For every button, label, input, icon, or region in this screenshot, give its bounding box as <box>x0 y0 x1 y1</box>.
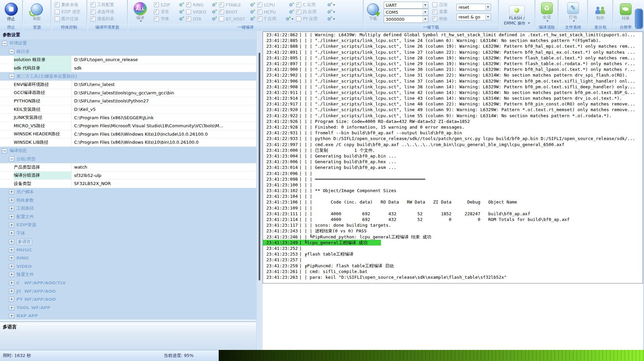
select-arrow-icon[interactable] <box>485 4 490 10</box>
compile-all-button[interactable]: ALL 编译 <box>130 2 151 22</box>
ribbon-checkbox-row[interactable]: LCPU <box>257 2 293 8</box>
expander-icon[interactable] <box>9 313 14 318</box>
tree-value[interactable]: C:\Program Files (x86)\SEGGER\JLink <box>71 115 256 120</box>
tree-row[interactable]: C WF/APP/AOD/TLV <box>0 279 256 287</box>
ribbon-corner-handle[interactable] <box>635 9 643 29</box>
gear-icon[interactable] <box>179 10 183 14</box>
tree-row[interactable]: 编译分组选择 sf32lb52-ulp <box>0 172 256 180</box>
port-select[interactable]: UART <box>384 2 428 9</box>
port-select[interactable]: 3000000 <box>384 16 428 23</box>
chevron-down-icon[interactable] <box>333 11 335 13</box>
expander-icon[interactable] <box>9 206 14 211</box>
checkbox-icon[interactable] <box>432 9 437 14</box>
gear-icon[interactable] <box>285 17 289 21</box>
log-row[interactable]: 23:41:22:891 | | | "./linker_scripts/lin… <box>263 49 643 55</box>
tree-value[interactable]: C:\Program Files (x86)\Windows Kits\10\b… <box>71 140 256 145</box>
log-row[interactable]: 23:41:23:261 | | cmd: sifli_compile.bat <box>263 269 643 274</box>
select-arrow-icon[interactable] <box>423 16 428 22</box>
tree-scrollbar[interactable] <box>256 31 263 350</box>
expander-icon[interactable] <box>9 256 14 261</box>
gear-icon[interactable] <box>327 3 331 7</box>
gear-icon[interactable] <box>327 10 331 14</box>
gear-icon[interactable] <box>250 10 254 14</box>
tree-row[interactable]: 根目录 <box>0 48 256 56</box>
select-arrow-icon[interactable] <box>423 2 428 8</box>
log-row[interactable]: 23:41:22:928 | | | Finished: 0 informati… <box>263 124 643 130</box>
tree-row[interactable]: ENV编译环境路径 D:\SIFLI\env_latest <box>0 81 256 89</box>
chevron-down-icon[interactable] <box>333 4 335 6</box>
log-row[interactable]: 23:41:23:252 | <box>263 245 643 251</box>
checkbox-icon[interactable] <box>91 2 96 7</box>
log-row[interactable]: 23:41:23:259 | ╔PipRuncmd: flash table工程… <box>263 263 643 269</box>
chevron-down-icon[interactable] <box>140 20 142 22</box>
checkbox-icon[interactable] <box>55 2 60 7</box>
gear-icon[interactable] <box>179 3 183 7</box>
expander-icon[interactable] <box>9 49 14 54</box>
tree-row[interactable]: EZIP资源 <box>0 221 256 229</box>
checkbox-icon[interactable] <box>91 16 96 21</box>
ribbon-checkbox-row[interactable]: HCPU <box>257 9 293 15</box>
tree-row[interactable]: 配置文件 <box>0 213 256 221</box>
log-row[interactable]: 23:41:22:917 | | | "./linker_scripts/lin… <box>263 101 643 107</box>
log-row[interactable]: 23:41:23:246 | | ╚PipRuncmd_python: lcpu… <box>263 234 643 240</box>
tree-value[interactable]: watch <box>71 165 256 170</box>
gear-icon[interactable] <box>327 17 331 21</box>
ribbon-checkbox-row[interactable]: C 应用 <box>296 2 335 8</box>
log-row[interactable]: 23:41:23:111 | | | 4000 692 432 52 1852 … <box>263 211 643 217</box>
log-row[interactable]: 23:41:22:922 | | | "./linker_scripts/lin… <box>263 113 643 119</box>
select-arrow-icon[interactable] <box>485 14 490 20</box>
checkbox-icon[interactable] <box>91 9 96 14</box>
checkbox-icon[interactable] <box>257 16 262 21</box>
gear-icon[interactable] <box>212 17 216 21</box>
checkbox-icon[interactable] <box>154 9 159 14</box>
flash-emmc-button[interactable]: FLASH / EMMC 操作 <box>504 5 530 26</box>
log-row[interactable]: 23:41:23:249 | ╚lcpu_general工程编译 成功 <box>263 240 643 245</box>
log-row[interactable]: 23:41:23:100 | | | <box>263 182 643 188</box>
tree-row[interactable]: 编译信息 <box>0 147 256 155</box>
log-row[interactable]: 23:41:22:911 | | | "./linker_scripts/lin… <box>263 90 643 95</box>
ribbon-checkbox-row[interactable]: 图片过滤 <box>55 16 86 22</box>
tree-row[interactable]: MUSIC <box>0 246 256 254</box>
checkbox-icon[interactable] <box>219 16 224 21</box>
ribbon-checkbox-row[interactable]: VIDEO <box>186 9 216 15</box>
expander-icon[interactable] <box>9 198 14 203</box>
expander-icon[interactable] <box>9 214 14 219</box>
checkbox-icon[interactable] <box>432 16 437 21</box>
log-row[interactable]: 23:41:23:004 | | | Generating build\bf0_… <box>263 153 643 159</box>
log-row[interactable]: 23:41:22:906 | | | "./linker_scripts/lin… <box>263 78 643 84</box>
ribbon-checkbox-row[interactable]: 表盘环境 <box>91 9 126 15</box>
log-row[interactable]: 23:41:22:895 | | | "./linker_scripts/lin… <box>263 55 643 61</box>
tree-row[interactable]: 设备类型 SF32LB52X_NOR <box>0 180 256 188</box>
tree-row[interactable]: PYTHON路径 D:\SIFLI\env_latest\tools\Pytho… <box>0 97 256 105</box>
tree-row[interactable]: 特殊参数 <box>0 196 256 205</box>
reset-select[interactable]: reset & go <box>457 13 491 20</box>
tree-row[interactable]: PY WF/APP/AOD <box>0 295 256 304</box>
refresh-button[interactable]: 刷新 <box>29 3 45 21</box>
gear-icon[interactable] <box>250 3 254 7</box>
checkbox-icon[interactable] <box>186 2 191 7</box>
expander-icon[interactable] <box>9 297 14 302</box>
tree-row[interactable]: 多语言 <box>0 237 256 246</box>
gear-icon[interactable] <box>212 3 216 7</box>
log-row[interactable]: 23:41:23:098 | | | ═════════════════════… <box>263 176 643 182</box>
checkbox-icon[interactable] <box>296 9 301 14</box>
ribbon-checkbox-row[interactable]: 语言 <box>154 9 183 15</box>
ribbon-checkbox-row[interactable]: 压缩 <box>432 2 453 8</box>
tree-row[interactable]: TOOL WF/APP <box>0 304 256 312</box>
tree-row[interactable]: 用户脚本 <box>0 188 256 196</box>
log-row[interactable]: 23:41:22:931 | | | fromelf --bin build\b… <box>263 130 643 136</box>
tree-row[interactable]: RING <box>0 254 256 262</box>
expander-icon[interactable] <box>9 156 14 162</box>
log-row[interactable]: 23:41:22:888 | | | "./linker_scripts/lin… <box>263 43 643 49</box>
log-row[interactable]: 23:41:22:908 | | | "./linker_scripts/lin… <box>263 84 643 90</box>
make-button[interactable]: 制作 <box>593 4 608 20</box>
log-row[interactable]: 23:41:23:117 | | | scons: done building … <box>263 222 643 228</box>
tree-value[interactable]: D:\SIFLI\env_latest\tools\Python27 <box>71 98 256 103</box>
log-row[interactable]: 23:41:23:000 | | | 已复制 1 个文件。 <box>263 147 643 153</box>
expander-icon[interactable] <box>9 305 14 310</box>
log-row[interactable]: 23:41:23:263 | | para: keil "D:\SIFLI\op… <box>263 274 643 280</box>
log-row[interactable]: 23:41:23:014 | | | Generating build\bf0_… <box>263 165 643 170</box>
tree-row[interactable]: sdk 代码目录 sdk <box>0 64 256 73</box>
ribbon-checkbox-row[interactable]: BOOT <box>219 9 255 15</box>
log-row[interactable]: 23:41:22:902 | | | "./linker_scripts/lin… <box>263 72 643 78</box>
